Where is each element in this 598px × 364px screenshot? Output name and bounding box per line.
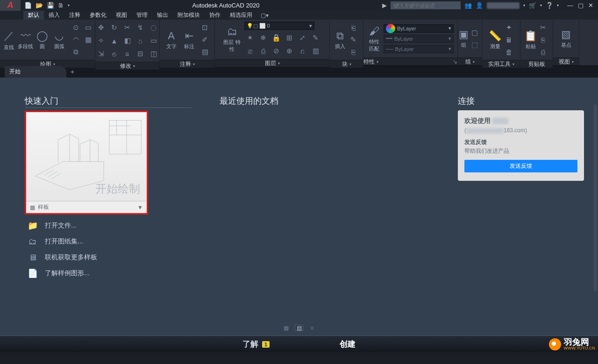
view-toggle-grid[interactable]: ▦ bbox=[282, 325, 290, 331]
layer-icon[interactable]: ⊘ bbox=[271, 45, 283, 57]
menu-tab-insert[interactable]: 插入 bbox=[44, 11, 64, 20]
annot-text-button[interactable]: A文字 bbox=[164, 30, 179, 50]
help-icon[interactable]: ❔ bbox=[546, 2, 553, 9]
menu-tab-manage[interactable]: 管理 bbox=[132, 11, 152, 20]
props-match-button[interactable]: 🖌特性 匹配 bbox=[367, 25, 381, 52]
layer-combo[interactable]: 💡▢ ⬜ 0▾ bbox=[244, 21, 314, 30]
block-icon[interactable]: ⎗ bbox=[347, 21, 359, 34]
group-icon[interactable]: ▢ bbox=[469, 27, 481, 39]
layer-icon[interactable]: ⊕ bbox=[284, 45, 296, 57]
panel-label-layer[interactable]: 图层 bbox=[265, 59, 276, 67]
modify-icon[interactable]: ↯ bbox=[135, 21, 147, 34]
open-sheetset-link[interactable]: 🗂打开图纸集... bbox=[27, 237, 192, 246]
panel-label-util[interactable]: 实用工具 bbox=[488, 60, 511, 68]
props-lweight-combo[interactable]: ━━ByLayer▾ bbox=[384, 35, 454, 43]
restore-button[interactable]: ▢ bbox=[578, 2, 584, 9]
draw-misc-icon[interactable]: ▦ bbox=[82, 34, 94, 46]
modify-icon[interactable]: ✧ bbox=[95, 35, 107, 47]
panel-label-annot[interactable]: 注释 bbox=[180, 60, 191, 68]
panel-label-props[interactable]: 特性 bbox=[363, 58, 375, 66]
draw-polyline-button[interactable]: 〰多段线 bbox=[18, 29, 34, 51]
layer-icon[interactable]: ▥ bbox=[310, 45, 322, 57]
view-toggle-detail[interactable]: ▤ bbox=[295, 325, 303, 331]
clip-paste-button[interactable]: 📋粘贴 bbox=[524, 30, 537, 50]
panel-label-view[interactable]: 视图 bbox=[559, 58, 570, 66]
cart-icon[interactable]: 🛒 bbox=[529, 2, 536, 9]
menu-tab-output[interactable]: 输出 bbox=[152, 11, 173, 20]
panel-label-group[interactable]: 组 bbox=[465, 58, 471, 66]
modify-icon[interactable]: ⌂ bbox=[135, 35, 147, 47]
vertical-scrollbar[interactable] bbox=[594, 105, 597, 292]
qat-new-icon[interactable]: 📄 bbox=[24, 2, 32, 9]
user-dropdown-icon[interactable]: ▾ bbox=[523, 3, 525, 7]
modify-icon[interactable]: ⎋ bbox=[108, 48, 121, 60]
props-ltype-combo[interactable]: ──ByLayer▾ bbox=[384, 45, 454, 53]
qat-open-icon[interactable]: 📂 bbox=[36, 2, 43, 9]
panel-label-block[interactable]: 块 bbox=[342, 60, 348, 68]
menu-tab-featured[interactable]: 精选应用 bbox=[225, 11, 257, 20]
modify-icon[interactable]: ↻ bbox=[108, 21, 121, 34]
draw-misc-icon[interactable]: ⧉ bbox=[70, 46, 82, 58]
doc-tab-new[interactable]: ＋ bbox=[66, 66, 78, 78]
draw-misc-icon[interactable]: ▭ bbox=[82, 21, 94, 34]
qat-save-icon[interactable]: 💾 bbox=[47, 2, 54, 9]
block-icon[interactable]: ✎ bbox=[347, 34, 359, 46]
modify-icon[interactable]: ◫ bbox=[148, 48, 160, 60]
layer-icon[interactable]: ⊞ bbox=[284, 32, 296, 44]
menu-tab-parametric[interactable]: 参数化 bbox=[85, 11, 111, 20]
clip-icon[interactable]: ✂ bbox=[537, 21, 549, 34]
draw-misc-icon[interactable]: ◠ bbox=[70, 34, 82, 46]
layer-icon[interactable]: 🔒 bbox=[271, 32, 283, 44]
people-icon[interactable]: 👥 bbox=[464, 2, 472, 9]
draw-line-button[interactable]: ／直线 bbox=[1, 29, 17, 51]
layer-icon[interactable]: ⤢ bbox=[297, 32, 309, 44]
view-toggle-list[interactable]: ≡ bbox=[308, 325, 316, 331]
draw-misc-icon[interactable]: ⊙ bbox=[70, 21, 82, 34]
quickstart-canvas[interactable]: 开始绘制 bbox=[26, 112, 147, 201]
group-icon[interactable]: ⬚ bbox=[469, 39, 481, 51]
modify-icon[interactable]: ⊟ bbox=[135, 48, 147, 60]
draw-circle-button[interactable]: ◯圆 bbox=[35, 29, 50, 51]
bottom-tab-create[interactable]: 创建 bbox=[340, 339, 356, 350]
layer-icon[interactable]: ❄ bbox=[257, 32, 270, 44]
draw-arc-button[interactable]: ◡圆弧 bbox=[51, 29, 67, 51]
open-file-link[interactable]: 📁打开文件... bbox=[27, 221, 192, 230]
modify-icon[interactable]: ▲ bbox=[108, 35, 121, 47]
user-icon[interactable]: 👤 bbox=[476, 2, 483, 9]
ribbon-view-options-icon[interactable]: ▢▾ bbox=[257, 11, 272, 20]
menu-tab-view[interactable]: 视图 bbox=[111, 11, 132, 20]
doc-tab-start[interactable]: 开始 bbox=[5, 66, 66, 78]
modify-icon[interactable]: ≡ bbox=[121, 48, 134, 60]
layer-props-button[interactable]: 🗂图层 特性 bbox=[223, 26, 242, 53]
menu-tab-default[interactable]: 默认 bbox=[23, 11, 44, 20]
util-icon[interactable]: 🗑 bbox=[503, 46, 515, 58]
online-templates-link[interactable]: 🖥联机获取更多样板 bbox=[27, 253, 192, 262]
util-icon[interactable]: 🖩 bbox=[503, 34, 515, 46]
annot-misc-icon[interactable]: ⊡ bbox=[199, 21, 211, 34]
layer-icon[interactable]: ⎌ bbox=[297, 45, 309, 57]
block-insert-button[interactable]: ⧉插入 bbox=[334, 30, 346, 50]
search-input[interactable] bbox=[391, 1, 461, 9]
menu-tab-addin[interactable]: 附加模块 bbox=[173, 11, 205, 20]
clip-icon[interactable]: ⎘ bbox=[537, 34, 549, 46]
modify-icon[interactable]: ⇲ bbox=[95, 48, 107, 60]
minimize-button[interactable]: — bbox=[567, 2, 573, 9]
qat-dropdown-icon[interactable]: ▾ bbox=[68, 3, 70, 7]
modify-icon[interactable]: ▭ bbox=[148, 35, 160, 47]
close-button[interactable]: ✕ bbox=[588, 2, 593, 9]
modify-icon[interactable]: ◧ bbox=[121, 35, 134, 47]
template-dropdown[interactable]: ▦样板 ▼ bbox=[26, 201, 147, 213]
panel-label-modify[interactable]: 修改 bbox=[120, 62, 131, 70]
layer-icon[interactable]: ⎙ bbox=[257, 45, 270, 57]
annot-misc-icon[interactable]: ▤ bbox=[199, 46, 211, 58]
layer-icon[interactable]: ✶ bbox=[244, 32, 256, 44]
props-color-combo[interactable]: ByLayer▾ bbox=[384, 24, 454, 33]
bottom-tab-learn[interactable]: 了解 1 bbox=[242, 339, 270, 350]
layer-icon[interactable]: ✎ bbox=[310, 32, 322, 44]
annot-misc-icon[interactable]: ✐ bbox=[199, 34, 211, 46]
annot-dim-button[interactable]: ⇤标注 bbox=[181, 30, 197, 50]
menu-tab-annotate[interactable]: 注释 bbox=[64, 11, 85, 20]
util-icon[interactable]: ✦ bbox=[503, 21, 515, 34]
learn-samples-link[interactable]: 📄了解样例图形... bbox=[27, 269, 192, 278]
modify-icon[interactable]: ✂ bbox=[121, 21, 134, 34]
